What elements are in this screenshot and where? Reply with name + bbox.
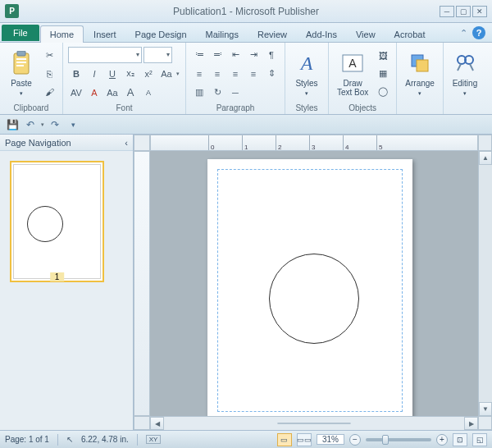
table-button[interactable]: ▦ xyxy=(375,66,391,82)
svg-text:A: A xyxy=(349,57,358,70)
status-page[interactable]: Page: 1 of 1 xyxy=(5,435,49,444)
decrease-indent-button[interactable]: ⇤ xyxy=(227,47,244,63)
svg-rect-4 xyxy=(16,65,24,66)
svg-rect-8 xyxy=(417,60,428,71)
tab-insert[interactable]: Insert xyxy=(84,26,125,42)
shrink-font-button[interactable]: A xyxy=(140,85,157,101)
cut-button[interactable]: ✂ xyxy=(41,48,57,64)
clipboard-group-label: Clipboard xyxy=(5,102,57,114)
view-single-button[interactable]: ▭ xyxy=(277,433,292,446)
ribbon-minimize-icon[interactable]: ⌃ xyxy=(460,28,467,39)
arrange-label: Arrange xyxy=(405,79,435,88)
shapes-button[interactable]: ◯ xyxy=(375,84,391,100)
ruler-tick: 5 xyxy=(376,135,410,151)
fit-page-button[interactable]: ⊡ xyxy=(453,433,467,446)
status-xy[interactable]: XY xyxy=(146,435,162,444)
view-spread-button[interactable]: ▭▭ xyxy=(297,433,312,446)
align-right-button[interactable]: ≡ xyxy=(227,66,244,82)
tab-review[interactable]: Review xyxy=(248,26,296,42)
svg-rect-3 xyxy=(16,62,26,63)
subscript-button[interactable]: x₂ xyxy=(122,66,139,82)
tab-file[interactable]: File xyxy=(2,25,39,41)
align-left-button[interactable]: ≡ xyxy=(191,66,207,82)
paste-button[interactable]: Paste ▾ xyxy=(5,48,38,98)
copy-button[interactable]: ⎘ xyxy=(41,66,57,82)
tab-addins[interactable]: Add-Ins xyxy=(297,26,346,42)
horizontal-ruler[interactable]: 0 1 2 3 4 5 xyxy=(150,135,478,151)
zoom-slider-knob[interactable] xyxy=(382,435,389,445)
undo-dropdown-icon[interactable]: ▾ xyxy=(41,121,44,128)
bullets-button[interactable]: ≔ xyxy=(191,47,207,63)
canvas-area[interactable] xyxy=(150,151,478,416)
styles-icon: A xyxy=(294,50,320,76)
justify-button[interactable]: ≡ xyxy=(245,66,262,82)
clipboard-icon xyxy=(8,50,34,76)
styles-button[interactable]: A Styles ▾ xyxy=(290,48,323,98)
zoom-out-button[interactable]: − xyxy=(349,434,361,446)
scroll-right-button[interactable]: ▶ xyxy=(464,417,478,430)
close-button[interactable]: ✕ xyxy=(472,6,487,17)
nav-title: Page Navigation xyxy=(5,138,71,148)
zoom-level[interactable]: 31% xyxy=(317,434,344,445)
font-color-button[interactable]: A xyxy=(86,85,102,101)
pointer-icon: ↖ xyxy=(66,435,73,444)
format-painter-button[interactable]: 🖌 xyxy=(41,84,57,100)
scroll-down-button[interactable]: ▼ xyxy=(479,402,492,416)
qat-customize-icon[interactable]: ▾ xyxy=(66,117,80,132)
tab-mailings[interactable]: Mailings xyxy=(197,26,248,42)
text-direction-button[interactable]: ↻ xyxy=(209,85,226,101)
align-center-button[interactable]: ≡ xyxy=(209,66,226,82)
maximize-button[interactable]: ▢ xyxy=(456,6,471,17)
tab-home[interactable]: Home xyxy=(40,25,84,43)
publication-page[interactable] xyxy=(207,159,412,416)
scroll-thumb[interactable] xyxy=(277,423,351,424)
textbox-icon: A xyxy=(339,50,366,76)
italic-button[interactable]: I xyxy=(86,66,102,82)
ruler-corner xyxy=(134,135,150,151)
vertical-scrollbar[interactable]: ▲ ▼ xyxy=(478,151,492,416)
columns-button[interactable]: ▥ xyxy=(191,85,207,101)
change-case-button[interactable]: Aa xyxy=(158,66,175,82)
circle-shape[interactable] xyxy=(269,254,359,344)
line-spacing-button[interactable]: ⇕ xyxy=(263,66,280,82)
tab-page-design[interactable]: Page Design xyxy=(126,26,196,42)
status-coord: 6.22, 4.78 in. xyxy=(81,435,129,444)
ribbon: Paste ▾ ✂ ⎘ 🖌 Clipboard B I U xyxy=(0,43,492,115)
font-size-combo[interactable] xyxy=(144,47,172,63)
character-spacing-button[interactable]: AV xyxy=(68,85,84,101)
horizontal-scrollbar[interactable]: ◀ ▶ xyxy=(150,416,478,430)
numbering-button[interactable]: ≕ xyxy=(209,47,226,63)
thumb-page-number: 1 xyxy=(50,272,65,281)
page-thumbnail-1[interactable]: 1 xyxy=(10,161,104,282)
clear-format-button[interactable]: Aa xyxy=(104,85,121,101)
show-marks-button[interactable]: ¶ xyxy=(263,47,280,63)
whole-page-button[interactable]: ◱ xyxy=(472,433,487,446)
nav-collapse-icon[interactable]: ‹ xyxy=(125,138,128,148)
scroll-left-button[interactable]: ◀ xyxy=(150,417,164,430)
zoom-slider[interactable] xyxy=(366,438,431,441)
scroll-up-button[interactable]: ▲ xyxy=(479,151,492,165)
draw-textbox-button[interactable]: A Draw Text Box xyxy=(334,48,371,98)
help-icon[interactable]: ? xyxy=(472,26,485,39)
app-icon: P xyxy=(5,4,19,18)
editing-button[interactable]: Editing ▾ xyxy=(449,48,481,98)
superscript-button[interactable]: x² xyxy=(140,66,157,82)
zoom-in-button[interactable]: + xyxy=(436,434,448,446)
bold-button[interactable]: B xyxy=(68,66,84,82)
undo-icon[interactable]: ↶ xyxy=(23,117,38,132)
vertical-ruler[interactable] xyxy=(134,151,150,416)
hyphenation-button[interactable]: ─ xyxy=(227,85,244,101)
underline-button[interactable]: U xyxy=(104,66,121,82)
svg-rect-1 xyxy=(17,51,25,56)
tab-acrobat[interactable]: Acrobat xyxy=(385,26,435,42)
save-icon[interactable]: 💾 xyxy=(5,117,20,132)
picture-button[interactable]: 🖼 xyxy=(375,48,391,64)
redo-icon[interactable]: ↷ xyxy=(48,117,62,132)
font-name-combo[interactable] xyxy=(68,47,142,63)
minimize-button[interactable]: ─ xyxy=(440,6,454,17)
tab-view[interactable]: View xyxy=(347,26,385,42)
increase-indent-button[interactable]: ⇥ xyxy=(245,47,262,63)
svg-rect-2 xyxy=(16,58,26,60)
arrange-button[interactable]: Arrange ▾ xyxy=(402,48,438,98)
grow-font-button[interactable]: A xyxy=(122,85,139,101)
